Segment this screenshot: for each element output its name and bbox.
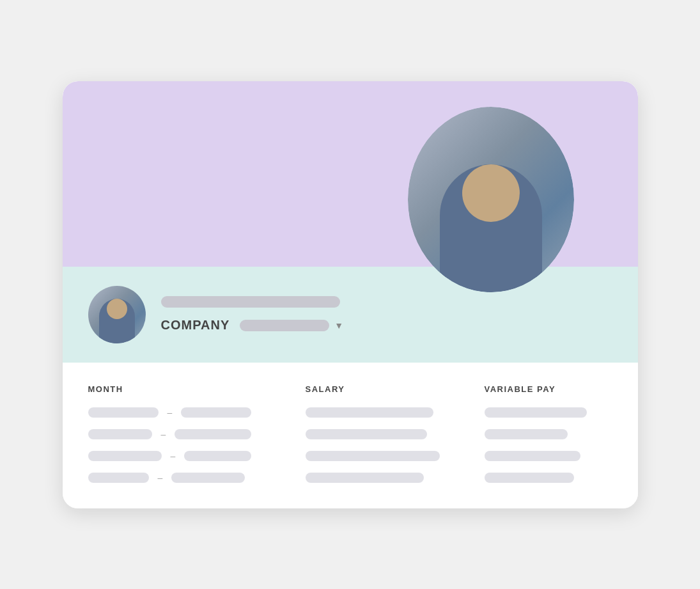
month-bar-start [88, 473, 149, 483]
variable-pay-header-label: VARIABLE PAY [485, 384, 556, 394]
col-variable-header: VARIABLE PAY [485, 383, 612, 395]
month-header-label: MONTH [88, 384, 123, 394]
salary-bar [306, 407, 433, 418]
date-separator: – [167, 407, 173, 418]
variable-cell [485, 429, 612, 439]
profile-info: COMPANY ▼ [161, 296, 344, 333]
month-cell: – [88, 429, 306, 439]
salary-bar [306, 451, 440, 461]
table-row: – [88, 473, 612, 483]
month-bar-end [181, 407, 251, 418]
variable-cell [485, 451, 612, 461]
variable-cell [485, 407, 612, 418]
salary-header-label: SALARY [306, 384, 345, 394]
month-bar-end [184, 451, 251, 461]
profile-section: COMPANY ▼ [63, 267, 638, 363]
avatar-large-wrapper [408, 107, 574, 292]
table-row: – [88, 451, 612, 461]
salary-cell [306, 407, 485, 418]
variable-cell [485, 473, 612, 483]
salary-bar [306, 473, 424, 483]
month-bar-end [171, 473, 245, 483]
month-bar-start [88, 429, 152, 439]
month-bar-start [88, 407, 159, 418]
table-row: – [88, 407, 612, 418]
company-value-bar [240, 320, 329, 331]
salary-cell [306, 473, 485, 483]
salary-cell [306, 429, 485, 439]
month-cell: – [88, 451, 306, 461]
employee-card: COMPANY ▼ MONTH SALARY VARIABLE PAY [63, 81, 638, 508]
avatar-small [88, 286, 146, 343]
company-row: COMPANY ▼ [161, 318, 344, 333]
avatar-large [408, 107, 574, 292]
col-salary-header: SALARY [306, 383, 485, 395]
variable-bar [485, 407, 587, 418]
date-separator: – [158, 473, 163, 483]
date-separator: – [161, 429, 166, 439]
col-month-header: MONTH [88, 383, 306, 395]
table-rows: – – [88, 407, 612, 483]
table-row: – [88, 429, 612, 439]
company-dropdown[interactable]: ▼ [240, 320, 343, 331]
table-header: MONTH SALARY VARIABLE PAY [88, 383, 612, 395]
salary-cell [306, 451, 485, 461]
date-separator: – [171, 451, 176, 461]
name-bar [161, 296, 340, 308]
variable-bar [485, 451, 580, 461]
chevron-down-icon: ▼ [334, 320, 343, 331]
salary-bar [306, 429, 427, 439]
company-label: COMPANY [161, 318, 230, 333]
month-bar-end [175, 429, 251, 439]
month-bar-start [88, 451, 162, 461]
variable-bar [485, 473, 574, 483]
table-section: MONTH SALARY VARIABLE PAY – [63, 363, 638, 508]
variable-bar [485, 429, 568, 439]
month-cell: – [88, 473, 306, 483]
month-cell: – [88, 407, 306, 418]
banner-section [63, 81, 638, 267]
